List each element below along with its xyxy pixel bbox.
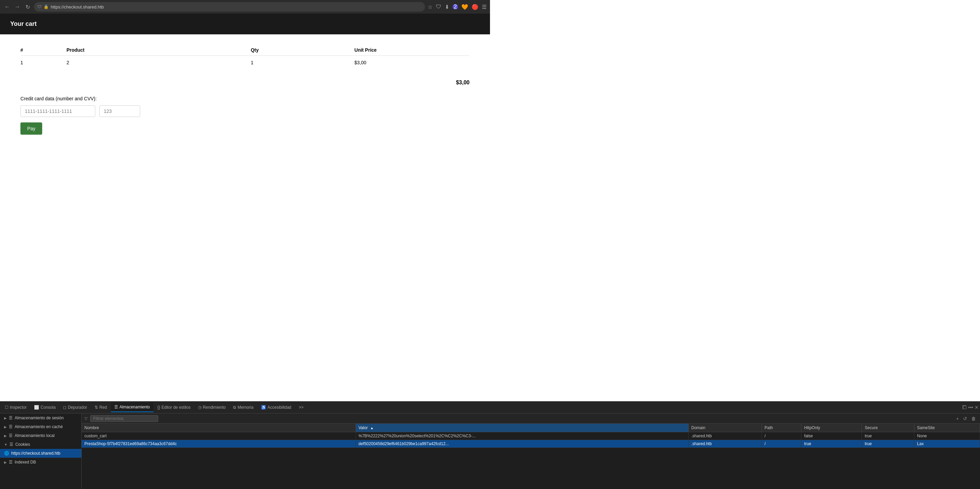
forward-button[interactable]: → (14, 3, 21, 11)
main-content: # Product Qty Unit Price 1 2 1 $3,00 $3,… (0, 34, 490, 159)
refresh-button[interactable]: ↻ (24, 3, 31, 11)
lock-icon: 🔒 (43, 5, 49, 9)
card-number-input[interactable] (21, 105, 95, 117)
back-button[interactable]: ← (3, 3, 11, 11)
cvv-input[interactable] (99, 105, 140, 117)
shield-icon2: 🛡 (436, 4, 441, 10)
page-title: Your cart (10, 21, 37, 27)
col-header-product: Product (66, 44, 251, 56)
browser-actions: ☆ 🛡 ⬇ 2 🧡 🔴 ☰ (428, 4, 487, 10)
credit-label: Credit card data (number and CVV): (21, 96, 469, 102)
badge: 2 (453, 4, 458, 10)
total-row: $3,00 (21, 76, 469, 89)
address-bar[interactable]: 🛡 🔒 https://checkout.shared.htb (34, 2, 425, 11)
url-text: https://checkout.shared.htb (51, 5, 104, 10)
col-header-num: # (21, 44, 66, 56)
cell-product: 2 (66, 56, 251, 70)
star-icon[interactable]: ☆ (428, 4, 433, 10)
credit-section: Credit card data (number and CVV): Pay (21, 96, 469, 135)
menu-icon[interactable]: ☰ (482, 4, 487, 10)
download-icon: ⬇ (445, 4, 449, 10)
cart-table: # Product Qty Unit Price 1 2 1 $3,00 (21, 44, 469, 69)
page-header: Your cart (0, 14, 490, 34)
pay-button[interactable]: Pay (21, 122, 42, 135)
cell-num: 1 (21, 56, 66, 70)
table-row: 1 2 1 $3,00 (21, 56, 469, 70)
cell-qty: 1 (251, 56, 355, 70)
cell-price: $3,00 (355, 56, 469, 70)
col-header-price: Unit Price (355, 44, 469, 56)
avatar-icon2: 🔴 (472, 4, 479, 10)
credit-inputs (21, 105, 469, 117)
browser-chrome: ← → ↻ 🛡 🔒 https://checkout.shared.htb ☆ … (0, 0, 490, 14)
shield-icon: 🛡 (37, 5, 41, 9)
avatar-icon: 🧡 (461, 4, 468, 10)
col-header-qty: Qty (251, 44, 355, 56)
